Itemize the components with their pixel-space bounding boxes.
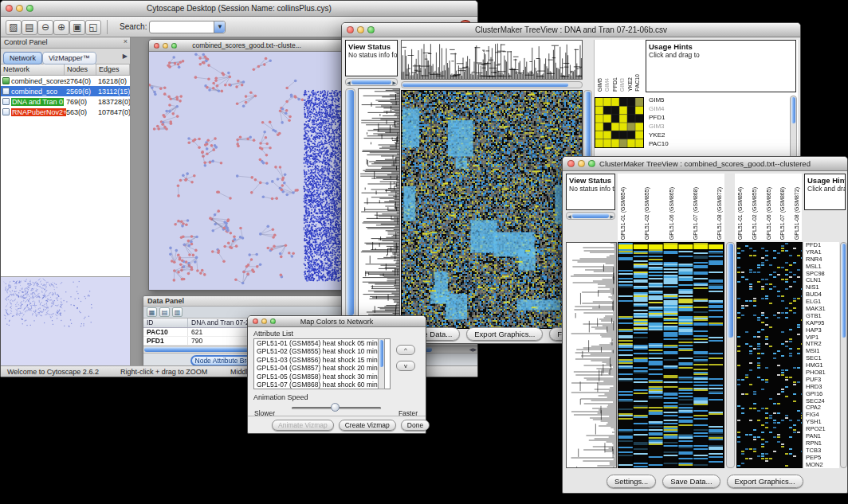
summary-gene-labels: GIM5GIM4PFD1GIM3YKE2PAC10 [647,96,685,148]
heatmap[interactable] [401,90,583,329]
minimize-icon[interactable] [16,5,23,12]
dialog-button[interactable]: Create Vizmap [339,420,396,431]
dialog-button[interactable]: Animate Vizmap [272,420,334,431]
dialog-button[interactable]: Done [401,420,430,431]
move-down-button[interactable]: v [396,361,415,371]
summary-vscrollbar[interactable] [790,96,797,159]
summary-heatmap[interactable] [595,97,644,148]
attribute-list-item[interactable]: GPL51-03 (GSM856) heat shock 15 min [254,356,390,364]
treeview2-titlebar[interactable]: ClusterMaker TreeView : combined_scores_… [563,157,847,171]
column-dendrogram[interactable] [401,40,583,80]
treeview2-window: ClusterMaker TreeView : combined_scores_… [562,156,848,494]
treeview-button[interactable]: Export Graphics... [727,475,803,488]
network-view-titlebar[interactable]: combined_scores_good.txt--cluste... [149,40,344,52]
tab-Network[interactable]: Network [3,52,42,64]
gene-label: PAC10 [649,140,684,147]
row-dendrogram[interactable] [358,88,400,327]
heatmap-vscrollbar[interactable] [726,242,735,468]
global-vscrollbar[interactable] [345,88,355,327]
print-icon[interactable]: ▤ [22,20,37,35]
network-file-icon [2,88,10,95]
gene-label: HAP3 [806,327,838,334]
heatmap-hscrollbar[interactable] [401,81,583,88]
minimize-icon[interactable] [357,26,364,33]
zoom-window-icon[interactable] [171,43,177,49]
row-dendrogram[interactable] [566,242,617,468]
gene-label: YSH1 [806,419,838,425]
network-list-row[interactable]: combined_scores2764(0)16218(0) [1,76,130,86]
minimize-icon[interactable] [261,318,267,324]
column-label: GIM3 [618,78,626,92]
treeview-button[interactable]: Settings... [607,475,656,488]
birdseye-view[interactable] [1,276,130,365]
gene-label: YRA1 [806,249,838,256]
attribute-list-item[interactable]: GPL51-05 (GSM858) heat shock 30 min [254,373,390,381]
scroll-right-icon[interactable]: ▶ [392,80,396,85]
tab-VizMapper™[interactable]: VizMapper™ [42,52,96,64]
heatmap[interactable] [618,242,724,468]
close-panel-icon[interactable]: × [124,37,128,45]
close-icon[interactable] [6,5,13,12]
attribute-list[interactable]: GPL51-01 (GSM854) heat shock 05 minGPL51… [253,338,391,389]
scroll-arrows-icon[interactable]: ◀▶ [469,346,477,354]
column-header[interactable]: Nodes [65,64,96,75]
genelist-vscrollbar[interactable] [840,242,847,468]
attribute-list-item[interactable]: GPL51-04 (GSM857) heat shock 20 min [254,364,390,372]
tab-overflow-icon[interactable]: ▶ [123,53,128,60]
search-input[interactable]: ▼ [149,21,226,33]
treeview-button[interactable]: Save Data... [662,475,720,488]
column-header[interactable]: Network [1,64,65,75]
network-list-row[interactable]: combined_sco2569(6)13112(15) [1,86,130,96]
treeview1-titlebar[interactable]: ClusterMaker TreeView : DNA and Tran 07-… [342,23,800,37]
minimize-icon[interactable] [163,43,168,49]
column-label: GPL51-07 (GSM868) [692,187,699,240]
select-attributes-icon[interactable]: ▤ [159,307,170,317]
zoom-window-icon[interactable] [367,26,375,33]
zoom-window-icon[interactable] [270,318,276,324]
treeview-button[interactable]: Export Graphics... [466,327,543,341]
zoom-fit-icon[interactable]: ▣ [69,20,85,35]
attribute-list-item[interactable]: GPL51-02 (GSM855) heat shock 10 min [254,347,390,355]
network-list-row[interactable]: DNA and Tran 0769(0)183728(0) [1,96,130,107]
zoom-window-icon[interactable] [588,160,595,167]
move-up-button[interactable]: ^ [396,345,415,355]
scroll-left-icon[interactable]: ◀ [567,213,571,219]
treeview2-buttons: Settings...Save Data...Export Graphics..… [607,475,803,488]
table-icon[interactable]: ▦ [147,307,157,317]
minimize-icon[interactable] [578,160,585,167]
delete-attribute-icon[interactable]: ▥ [172,307,183,317]
dialog-titlebar[interactable]: Map Colors to Network [248,316,426,327]
close-icon[interactable] [567,160,575,167]
network-canvas[interactable] [149,52,344,290]
zoom-out-icon[interactable]: ⊖ [37,20,53,35]
attribute-list-item[interactable]: GPL51-01 (GSM854) heat shock 05 min [254,339,390,347]
gene-label: GPI16 [806,391,838,397]
attribute-list-label: Attribute List [253,330,293,338]
cytoscape-titlebar[interactable]: Cytoscape Desktop (Session Name: collins… [1,1,477,17]
zoom-window-icon[interactable] [26,5,33,12]
scroll-right-icon[interactable]: ▶ [610,213,614,219]
toolbar-icons: ▨▤⊖⊕▣◱ [6,19,101,35]
nav-hscrollbar[interactable]: ◀▶ [345,78,398,86]
zoom-actual-icon[interactable]: ◱ [85,20,101,35]
network-list-filler [1,117,130,276]
column-header[interactable]: Edges [96,64,130,75]
column-label: GPL51-01 (GSM854) [619,187,626,240]
open-folder-icon[interactable]: ▨ [6,20,22,35]
close-icon[interactable] [154,43,159,49]
usage-hints-title: Usage Hints [807,176,842,185]
zoom-in-icon[interactable]: ⊕ [53,20,69,35]
secondary-heatmap[interactable] [736,242,803,468]
network-list-row[interactable]: RNAPuberNov2+563(0)107847(0) [1,107,130,117]
close-icon[interactable] [253,318,258,324]
attribute-list-item[interactable]: GPL51-07 (GSM868) heat shock 60 min [254,381,390,389]
column-header[interactable]: ID [143,318,188,327]
slider-thumb[interactable] [331,403,340,412]
scroll-left-icon[interactable]: ◀ [347,80,351,85]
gene-label: CLN1 [806,277,838,283]
chevron-down-icon[interactable]: ▼ [214,21,225,33]
attribute-list-vscrollbar[interactable] [378,338,385,389]
close-icon[interactable] [347,26,354,33]
nav-hscrollbar[interactable]: ◀▶ [566,212,615,220]
gene-label: HMG1 [806,362,838,369]
